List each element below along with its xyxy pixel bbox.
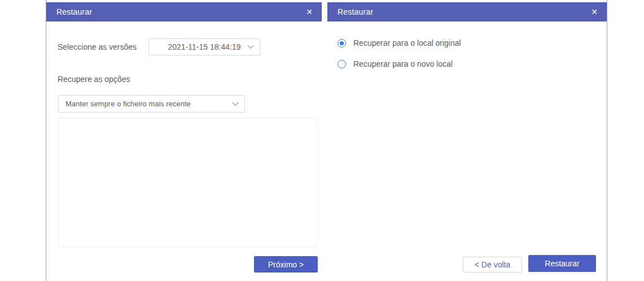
version-dropdown[interactable]: 2021-11-15 18:44:19 <box>148 38 260 55</box>
underlying-window-right-edge <box>607 0 607 281</box>
dialog-title: Restaurar <box>56 7 92 16</box>
radio-label: Recuperar para o novo local <box>353 59 453 68</box>
file-list-box[interactable] <box>58 118 317 247</box>
restore-version-dialog: Restaurar ✕ Seleccione as versões 2021-1… <box>46 2 322 281</box>
chevron-down-icon <box>232 102 239 106</box>
next-button[interactable]: Próximo > <box>254 256 318 273</box>
radio-selected-icon[interactable] <box>338 39 346 47</box>
close-icon[interactable]: ✕ <box>588 2 601 21</box>
select-versions-label: Seleccione as versões <box>58 42 137 51</box>
dialog-title: Restaurar <box>338 7 373 16</box>
recover-options-label: Recupere as opções <box>58 75 130 84</box>
radio-label: Recuperar para o local original <box>353 38 461 47</box>
recover-options-dropdown[interactable]: Manter sempre o ficheiro mais recente <box>58 95 245 113</box>
dialog-titlebar: Restaurar ✕ <box>327 2 607 21</box>
dialog-titlebar: Restaurar ✕ <box>46 2 322 21</box>
radio-original-location[interactable]: Recuperar para o local original <box>338 38 461 47</box>
version-dropdown-value: 2021-11-15 18:44:19 <box>168 42 241 51</box>
back-button[interactable]: < De volta <box>463 257 522 273</box>
recover-options-dropdown-value: Manter sempre o ficheiro mais recente <box>65 100 191 108</box>
radio-new-location[interactable]: Recuperar para o novo local <box>338 59 453 68</box>
restore-button[interactable]: Restaurar <box>528 255 596 272</box>
restore-location-dialog: Restaurar ✕ Recuperar para o local origi… <box>327 2 607 281</box>
close-icon[interactable]: ✕ <box>303 2 316 21</box>
chevron-down-icon <box>247 45 254 49</box>
radio-unselected-icon[interactable] <box>338 60 346 68</box>
